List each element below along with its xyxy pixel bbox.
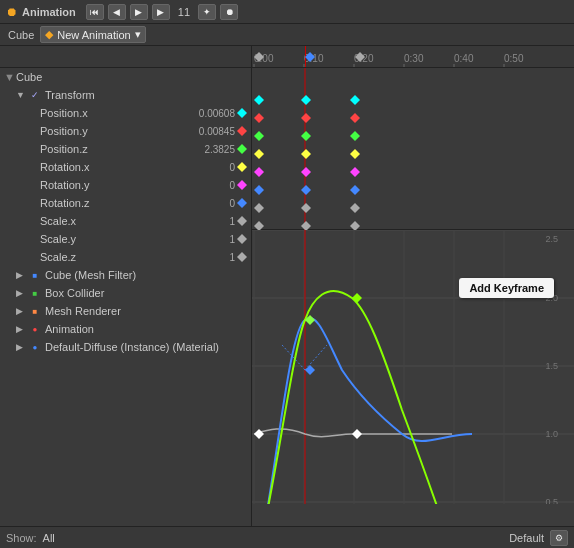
- svg-marker-32: [301, 131, 311, 141]
- transform-diamond: [239, 91, 247, 99]
- scale-y-value: 1: [182, 234, 237, 245]
- add-event-button[interactable]: ✦: [198, 4, 216, 20]
- svg-marker-25: [254, 95, 264, 105]
- svg-marker-22: [237, 234, 247, 244]
- prev-frame-button[interactable]: ◀: [108, 4, 126, 20]
- pos-y-diamond: [237, 126, 247, 136]
- timeline-ruler-row: 0:00 0:10 0:20 0:30 0:40 0:50: [0, 46, 574, 68]
- show-label: Show:: [6, 532, 37, 544]
- svg-marker-34: [254, 149, 264, 159]
- svg-marker-12: [254, 52, 264, 62]
- pos-y-value: 0.00845: [182, 126, 237, 137]
- keyframe-rows: [252, 68, 574, 230]
- root-name: Cube: [16, 71, 42, 83]
- record-button[interactable]: ⏺: [220, 4, 238, 20]
- material-icon: ●: [28, 340, 42, 354]
- svg-marker-15: [237, 108, 247, 118]
- dropdown-arrow: ▾: [135, 28, 141, 41]
- scale-x-item[interactable]: Scale.x 1: [0, 212, 251, 230]
- pos-x-label: Position.x: [40, 107, 182, 119]
- svg-marker-26: [301, 95, 311, 105]
- box-collider-label: Box Collider: [45, 287, 247, 299]
- settings-button[interactable]: ⚙: [550, 530, 568, 546]
- position-z-item[interactable]: Position.z 2.3825: [0, 140, 251, 158]
- position-x-item[interactable]: Position.x 0.00608: [0, 104, 251, 122]
- svg-marker-40: [254, 185, 264, 195]
- main-content: ▼ Cube ▼ ✓ Transform Position.x 0.00608 …: [0, 68, 574, 526]
- play-button[interactable]: ▶: [130, 4, 148, 20]
- object-label: Cube: [4, 29, 38, 41]
- scale-x-label: Scale.x: [40, 215, 182, 227]
- next-frame-button[interactable]: ▶: [152, 4, 170, 20]
- animation-icon: ⏺: [6, 5, 18, 19]
- scale-y-label: Scale.y: [40, 233, 182, 245]
- rotation-y-item[interactable]: Rotation.y 0: [0, 176, 251, 194]
- svg-marker-31: [254, 131, 264, 141]
- mesh-filter-icon: ■: [28, 268, 42, 282]
- ruler-left-spacer: [0, 46, 252, 67]
- svg-text:0:50: 0:50: [504, 53, 524, 64]
- scale-y-item[interactable]: Scale.y 1: [0, 230, 251, 248]
- anim-icon: ◆: [45, 28, 53, 41]
- svg-rect-49: [252, 230, 574, 504]
- graph-canvas[interactable]: 0.0 0.5 1.0 1.5 2.0 2.5: [252, 230, 574, 504]
- new-anim-label: New Animation: [57, 29, 130, 41]
- svg-text:0:30: 0:30: [404, 53, 424, 64]
- material-label: Default-Diffuse (Instance) (Material): [45, 341, 247, 353]
- animation-dropdown[interactable]: ◆ New Animation ▾: [40, 26, 145, 43]
- transform-item[interactable]: ▼ ✓ Transform: [0, 86, 251, 104]
- svg-text:0.5: 0.5: [545, 497, 558, 504]
- svg-marker-36: [350, 149, 360, 159]
- svg-text:1.0: 1.0: [545, 429, 558, 439]
- svg-marker-13: [305, 52, 315, 62]
- svg-marker-18: [237, 162, 247, 172]
- scale-z-value: 1: [182, 252, 237, 263]
- scale-y-diamond: [237, 234, 247, 244]
- mesh-renderer-arrow: ▶: [16, 306, 28, 316]
- default-label: Default: [509, 532, 544, 544]
- svg-marker-44: [301, 203, 311, 213]
- graph-editor[interactable]: 0.0 0.5 1.0 1.5 2.0 2.5: [252, 68, 574, 526]
- animation-component-item[interactable]: ▶ ● Animation: [0, 320, 251, 338]
- keyframe-marker-20: [355, 52, 365, 64]
- box-collider-item[interactable]: ▶ ■ Box Collider: [0, 284, 251, 302]
- scale-z-label: Scale.z: [40, 251, 182, 263]
- scale-z-item[interactable]: Scale.z 1: [0, 248, 251, 266]
- rotation-z-item[interactable]: Rotation.z 0: [0, 194, 251, 212]
- scale-x-diamond: [237, 216, 247, 226]
- header-title: Animation: [22, 6, 76, 18]
- svg-text:2.0: 2.0: [545, 293, 558, 303]
- svg-marker-28: [254, 113, 264, 123]
- svg-marker-29: [301, 113, 311, 123]
- svg-marker-48: [350, 221, 360, 230]
- rot-x-diamond: [237, 162, 247, 172]
- svg-marker-23: [237, 252, 247, 262]
- mesh-renderer-item[interactable]: ▶ ■ Mesh Renderer: [0, 302, 251, 320]
- anim-comp-arrow: ▶: [16, 324, 28, 334]
- svg-marker-21: [237, 216, 247, 226]
- pos-y-label: Position.y: [40, 125, 182, 137]
- rot-x-label: Rotation.x: [40, 161, 182, 173]
- timeline-ruler[interactable]: 0:00 0:10 0:20 0:30 0:40 0:50: [252, 46, 574, 67]
- svg-marker-41: [301, 185, 311, 195]
- material-item[interactable]: ▶ ● Default-Diffuse (Instance) (Material…: [0, 338, 251, 356]
- box-collider-icon: ■: [28, 286, 42, 300]
- position-y-item[interactable]: Position.y 0.00845: [0, 122, 251, 140]
- svg-marker-27: [350, 95, 360, 105]
- rot-x-value: 0: [182, 162, 237, 173]
- svg-marker-45: [350, 203, 360, 213]
- rot-y-label: Rotation.y: [40, 179, 182, 191]
- animation-header: ⏺ Animation ⏮ ◀ ▶ ▶ 11 ✦ ⏺: [0, 0, 574, 24]
- svg-marker-37: [254, 167, 264, 177]
- svg-marker-16: [237, 126, 247, 136]
- pos-z-label: Position.z: [40, 143, 182, 155]
- svg-marker-30: [350, 113, 360, 123]
- svg-text:1.5: 1.5: [545, 361, 558, 371]
- svg-marker-38: [301, 167, 311, 177]
- pos-x-diamond: [237, 108, 247, 118]
- skip-start-button[interactable]: ⏮: [86, 4, 104, 20]
- pos-z-value: 2.3825: [182, 144, 237, 155]
- scale-z-diamond: [237, 252, 247, 262]
- mesh-filter-item[interactable]: ▶ ■ Cube (Mesh Filter): [0, 266, 251, 284]
- rotation-x-item[interactable]: Rotation.x 0: [0, 158, 251, 176]
